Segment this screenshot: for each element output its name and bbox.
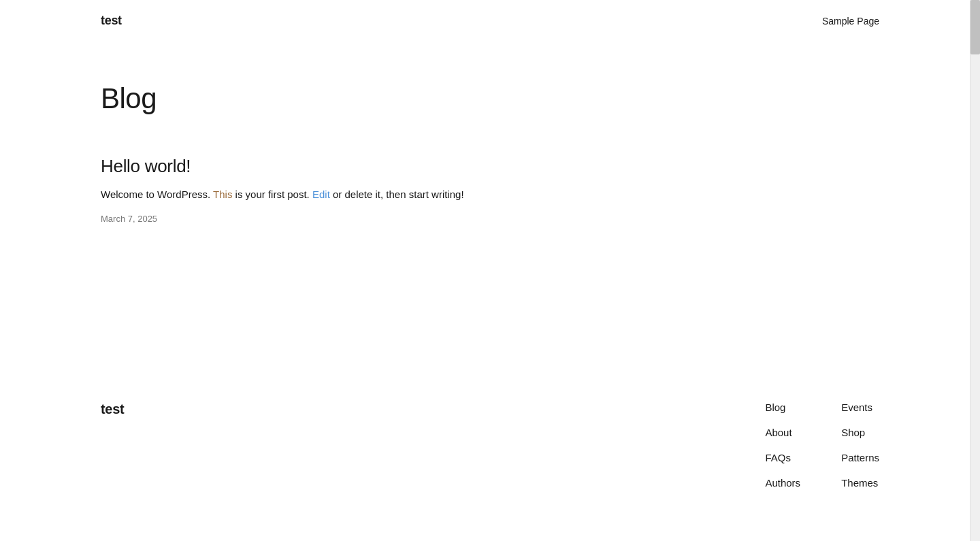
footer-nav-item[interactable]: FAQs [765, 452, 800, 463]
footer-nav-col-2: EventsShopPatternsThemes [841, 401, 879, 489]
footer-brand: test [101, 401, 124, 417]
footer-nav-item[interactable]: Shop [841, 427, 879, 438]
post-entry: Hello world! Welcome to WordPress. This … [101, 156, 879, 225]
post-excerpt: Welcome to WordPress. This is your first… [101, 186, 879, 203]
footer-nav-item[interactable]: Events [841, 401, 879, 413]
excerpt-this-link[interactable]: This [213, 188, 232, 200]
footer-nav: BlogAboutFAQsAuthors EventsShopPatternsT… [765, 401, 879, 489]
excerpt-prefix: Welcome to WordPress. [101, 188, 213, 200]
post-date: March 7, 2025 [101, 214, 157, 224]
excerpt-link-suffix: is your first post. [232, 188, 312, 200]
site-title[interactable]: test [101, 14, 122, 28]
excerpt-suffix: or delete it, then start writing! [330, 188, 464, 200]
site-main: Blog Hello world! Welcome to WordPress. … [0, 42, 980, 320]
site-footer: test BlogAboutFAQsAuthors EventsShopPatt… [0, 374, 980, 529]
footer-nav-item[interactable]: About [765, 427, 800, 438]
excerpt-edit-link[interactable]: Edit [312, 188, 330, 200]
footer-nav-item[interactable]: Themes [841, 477, 879, 489]
footer-nav-col-1: BlogAboutFAQsAuthors [765, 401, 800, 489]
scrollbar[interactable] [970, 0, 980, 541]
site-header: test Sample Page [0, 0, 980, 42]
page-title: Blog [101, 82, 879, 115]
post-title: Hello world! [101, 156, 879, 177]
scrollbar-thumb[interactable] [970, 0, 980, 54]
nav-sample-page[interactable]: Sample Page [822, 16, 879, 27]
footer-nav-item[interactable]: Blog [765, 401, 800, 413]
footer-nav-item[interactable]: Authors [765, 477, 800, 489]
main-nav: Sample Page [822, 15, 879, 27]
footer-nav-item[interactable]: Patterns [841, 452, 879, 463]
